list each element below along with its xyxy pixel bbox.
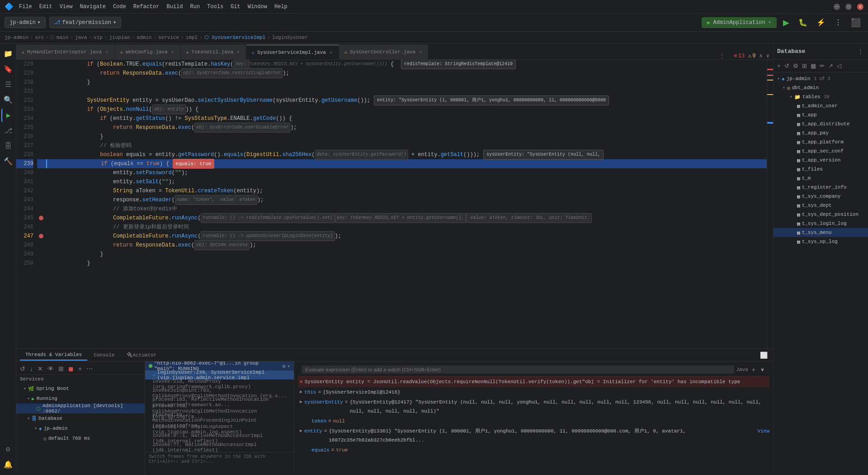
bc-part[interactable]: service: [158, 35, 179, 40]
expand-icon[interactable]: ▶: [300, 427, 302, 436]
db-table-sys-dept-position[interactable]: ▦ t_sys_dept_position: [774, 210, 868, 219]
db-table-btn[interactable]: ▦: [810, 62, 817, 70]
bc-part[interactable]: java: [75, 35, 87, 40]
run-config-selector[interactable]: ▶ AdminApplication ▾: [702, 17, 777, 28]
tree-admin-app[interactable]: ⬡ AdminApplication [devtools] :8062/: [16, 404, 145, 413]
code-editor[interactable]: if (Boolean.TRUE.equals(redisTemplate.ha…: [46, 60, 767, 348]
minimize-button[interactable]: —: [834, 4, 840, 10]
project-selector[interactable]: jp-admin ▾: [5, 17, 46, 28]
close-button[interactable]: ✕: [857, 4, 863, 10]
menu-edit[interactable]: Edit: [39, 4, 52, 10]
db-table-app-version[interactable]: ▦ t_app_version: [774, 156, 868, 165]
bc-part[interactable]: vip: [94, 35, 103, 40]
debug-button[interactable]: 🐛: [796, 17, 810, 28]
db-settings-button[interactable]: ⚙: [792, 62, 799, 70]
frame-invoke-native1[interactable]: invoke:0:-1, NativeMethodAccessorImpl (j…: [145, 434, 294, 443]
scroll-button[interactable]: ↓: [28, 364, 35, 373]
tab-threads-variables[interactable]: Threads & Variables: [20, 350, 87, 361]
bc-part[interactable]: impl: [186, 35, 198, 40]
bc-part[interactable]: admin: [137, 35, 151, 40]
tabs-more-icon[interactable]: ⋮: [716, 52, 728, 59]
menu-window[interactable]: Window: [248, 4, 267, 10]
tree-spring-boot[interactable]: ▾ 🌿 Spring Boot: [16, 384, 145, 394]
visibility-button[interactable]: 👁: [46, 364, 56, 373]
profile-button[interactable]: ⚡: [814, 17, 828, 28]
db-connection[interactable]: ▾ ◈ jp-admin 1 of 3: [774, 74, 868, 83]
tab-webconfig[interactable]: ☕ WebConfig.java ✕: [115, 45, 180, 59]
maximize-panel-button[interactable]: ⬜: [758, 351, 769, 360]
tab-myhandler[interactable]: ☕ MyHandlerInterceptor.java ✕: [16, 45, 115, 59]
activity-project-icon[interactable]: 📁: [1, 47, 15, 61]
menu-refactor[interactable]: Refactor: [133, 4, 160, 10]
activity-settings-icon[interactable]: ⚙: [1, 442, 15, 456]
db-table-sys-menu[interactable]: ▦ t_sys_menu: [774, 228, 868, 237]
tree-default[interactable]: ◎ default 768 ms: [16, 433, 145, 443]
bc-part[interactable]: src: [35, 35, 44, 40]
frame-invokejoinpoint[interactable]: invokeJoinpoint:793, CglibAopProxy$Cglib…: [145, 389, 294, 398]
bc-part[interactable]: jiupiao: [109, 35, 130, 40]
frame-invoke[interactable]: invoke:218, MethodProxy (org.springframe…: [145, 380, 294, 389]
stop-service-button[interactable]: ✕: [36, 364, 45, 373]
menu-build[interactable]: Build: [166, 4, 183, 10]
tab-close-icon[interactable]: ✕: [170, 49, 175, 55]
editor-scrollbar[interactable]: [767, 60, 773, 348]
db-refresh-button[interactable]: ↺: [783, 62, 790, 70]
db-edit-button[interactable]: ✏: [819, 62, 826, 70]
bc-part[interactable]: □ main: [51, 35, 69, 40]
db-add-button[interactable]: +: [776, 62, 782, 70]
view-link[interactable]: View: [758, 427, 769, 436]
tab-tokenutil[interactable]: ☕ TokenUtil.java ✕: [181, 45, 246, 59]
tab-close-icon[interactable]: ✕: [418, 49, 423, 55]
db-table-sys-op-log[interactable]: ▦ t_sys_op_log: [774, 237, 868, 246]
menu-run[interactable]: Run: [190, 4, 200, 10]
breakpoint-245[interactable]: [37, 214, 46, 223]
bc-part[interactable]: jp-admin: [5, 35, 28, 40]
db-schema[interactable]: ▾ ◎ dbt_admin: [774, 83, 868, 92]
more-button[interactable]: ⋮: [832, 17, 844, 28]
editor-area[interactable]: 228 229 230 231 232 233 234 235 236 237 …: [16, 60, 773, 348]
tree-jp-admin[interactable]: ▾ ◈ jp-admin: [16, 423, 145, 433]
db-jump-button[interactable]: ↗: [827, 62, 834, 70]
tab-sysusercontroller[interactable]: ☕ SysUserController.java ✕: [339, 45, 429, 59]
bc-part[interactable]: loginSysUser: [272, 35, 308, 40]
frame-loginlog[interactable]: LoginLog:29, LoginLogAspect (vip.jiupiao…: [145, 425, 294, 434]
tree-running[interactable]: ▾ ▶ Running: [16, 394, 145, 404]
activity-run-icon[interactable]: ▶: [1, 109, 15, 122]
filter-icon[interactable]: ⊞: [283, 363, 286, 369]
add-button[interactable]: +: [76, 364, 84, 373]
menu-help[interactable]: Help: [274, 4, 288, 10]
collapse-icon[interactable]: ∨: [766, 52, 769, 59]
tab-actuator[interactable]: 🔌 Actuator: [121, 350, 162, 361]
run-button[interactable]: ▶: [780, 17, 792, 28]
db-collapse-button[interactable]: ◁: [836, 62, 842, 70]
activity-git-icon[interactable]: ⎇: [1, 124, 15, 138]
db-table-files[interactable]: ▦ t_files: [774, 165, 868, 174]
database-more-button[interactable]: ⋮: [857, 47, 864, 56]
frame-invoke-77[interactable]: invoke:77, NativeMethodAccessorImpl (jdk…: [145, 443, 294, 452]
activity-search-icon[interactable]: 🔍: [1, 93, 15, 107]
tab-close-icon[interactable]: ✕: [329, 49, 333, 56]
activity-structure-icon[interactable]: ☰: [1, 78, 15, 91]
thread-running[interactable]: "http-nio-8062-exec-7"@1...in group "mai…: [145, 361, 294, 370]
menu-code[interactable]: Code: [113, 4, 126, 10]
refresh-button[interactable]: ↺: [18, 364, 27, 373]
db-table-app-platform[interactable]: ▦ t_app_platform: [774, 138, 868, 147]
menu-navigate[interactable]: Navigate: [80, 4, 106, 10]
menu-tools[interactable]: Tools: [207, 4, 223, 10]
db-table-app-distribute[interactable]: ▦ t_app_distribute: [774, 119, 868, 128]
db-table-sys-dept[interactable]: ▦ t_sys_dept: [774, 201, 868, 210]
db-table-app-sec-conf[interactable]: ▦ t_app_sec_conf: [774, 147, 868, 156]
menu-bar[interactable]: File Edit View Navigate Code Refactor Bu…: [19, 4, 288, 10]
db-table-app[interactable]: ▦ t_app: [774, 110, 868, 119]
activity-bookmark-icon[interactable]: 🔖: [1, 62, 15, 76]
debug-entry-entity[interactable]: ▶ entity = {SysUserEntity@13361} "SysUse…: [298, 426, 769, 445]
menu-file[interactable]: File: [19, 4, 32, 10]
activity-notifications-icon[interactable]: 🔔: [1, 458, 15, 471]
debug-entry-sysusrentity[interactable]: ▶ sysUserEntity = {SysUserEntity@12417} …: [298, 397, 769, 416]
expand-icon[interactable]: ∧: [760, 52, 763, 59]
tab-close-icon[interactable]: ✕: [104, 49, 109, 55]
branch-selector[interactable]: ⎇ feat/permission ▾: [49, 17, 121, 28]
activity-database-icon[interactable]: 🗄: [1, 139, 15, 153]
grid-button[interactable]: ⊞: [57, 364, 66, 373]
tree-database[interactable]: ▾ 🗄 Database: [16, 413, 145, 423]
